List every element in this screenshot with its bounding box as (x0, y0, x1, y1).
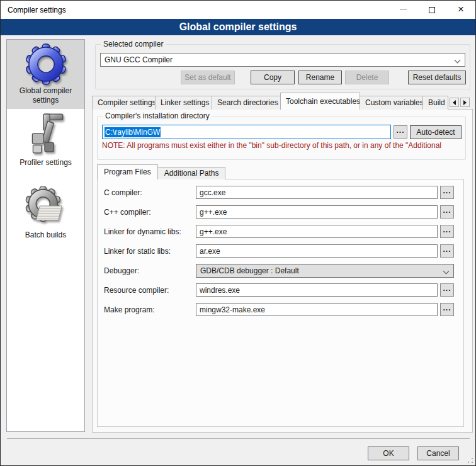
toolchain-executables-page: Compiler's installation directory C:\ray… (92, 109, 473, 433)
tab-scroll-left-button[interactable] (450, 98, 459, 107)
c-compiler-browse-button[interactable]: ... (440, 186, 454, 199)
group-label: Compiler's installation directory (103, 111, 212, 120)
maximize-icon (429, 7, 435, 13)
window-controls: × (388, 1, 475, 19)
program-files-tab-bar: Program Files Additional Paths (97, 164, 472, 179)
copy-button[interactable]: Copy (251, 71, 295, 84)
dynamic-linker-input[interactable] (196, 225, 437, 237)
settings-tab-bar: Compiler settings Linker settings Search… (92, 93, 473, 110)
tab-scroll-right-button[interactable] (460, 98, 470, 107)
window-title: Compiler settings (1, 6, 66, 14)
field-label: Debugger: (104, 266, 196, 275)
install-dir-input[interactable]: C:\raylib\MinGW (102, 125, 391, 139)
selected-path-text: C:\raylib\MinGW (105, 127, 161, 137)
gray-gear-stack-icon (25, 186, 67, 229)
sidebar-item-profiler-settings[interactable]: Profiler settings (7, 113, 84, 171)
tab-additional-paths[interactable]: Additional Paths (157, 167, 226, 179)
close-icon: × (458, 4, 464, 14)
arrow-right-icon (463, 100, 467, 105)
installation-directory-group: Compiler's installation directory C:\ray… (97, 116, 466, 160)
tab-custom-variables[interactable]: Custom variables (360, 96, 423, 110)
sidebar-item-label: Global compiler settings (14, 86, 77, 109)
selected-compiler-dropdown[interactable]: GNU GCC Compiler (100, 53, 465, 67)
minimize-icon (400, 9, 407, 10)
sidebar-item-label: Profiler settings (14, 158, 77, 171)
static-linker-browse-button[interactable]: ... (440, 244, 454, 258)
chevron-down-icon (443, 268, 450, 274)
make-program-row: Make program: ... (104, 303, 454, 316)
resource-compiler-browse-button[interactable]: ... (440, 283, 454, 297)
reset-defaults-button[interactable]: Reset defaults (408, 71, 466, 84)
selected-compiler-group: Selected compiler GNU GCC Compiler Set a… (95, 44, 470, 89)
dynamic-linker-browse-button[interactable]: ... (440, 225, 454, 238)
debugger-row: Debugger: GDB/CDB debugger : Default (104, 264, 454, 277)
program-files-page: C compiler: ... C++ compiler: ... Linker… (97, 179, 464, 427)
field-label: C++ compiler: (104, 208, 196, 217)
caliper-icon (25, 113, 67, 157)
bin-subdirectory-note: NOTE: All programs must exist either in … (102, 141, 463, 150)
c-compiler-row: C compiler: ... (104, 186, 454, 199)
resource-compiler-row: Resource compiler: ... (104, 283, 454, 297)
debugger-dropdown[interactable]: GDB/CDB debugger : Default (196, 264, 454, 278)
page-title: Global compiler settings (1, 19, 475, 35)
resource-compiler-input[interactable] (196, 284, 437, 296)
make-program-input[interactable] (196, 304, 437, 315)
chevron-down-icon (455, 57, 461, 64)
cpp-compiler-input[interactable] (196, 206, 437, 218)
sidebar-item-label: Batch builds (14, 230, 77, 244)
tab-linker-settings[interactable]: Linker settings (155, 96, 212, 110)
delete-button: Delete (345, 71, 389, 84)
rename-button[interactable]: Rename (298, 71, 342, 84)
install-dir-browse-button[interactable]: ... (394, 125, 407, 139)
static-linker-row: Linker for static libs: ... (104, 244, 454, 258)
compiler-settings-dialog: Compiler settings × Global compiler sett… (0, 0, 476, 466)
static-linker-input[interactable] (196, 245, 437, 257)
blue-gear-icon (25, 43, 67, 85)
dynamic-linker-row: Linker for dynamic libs: ... (104, 225, 454, 238)
close-button[interactable]: × (446, 1, 475, 19)
footer-separator (7, 438, 470, 439)
installation-directory-row: C:\raylib\MinGW ... Auto-detect (102, 125, 462, 139)
ok-button[interactable]: OK (368, 446, 409, 460)
field-label: Linker for static libs: (104, 247, 196, 256)
arrow-left-icon (453, 100, 456, 105)
tab-search-directories[interactable]: Search directories (212, 96, 281, 110)
title-bar[interactable]: Compiler settings × (1, 1, 475, 19)
dialog-buttons: OK Cancel (368, 446, 459, 460)
selected-compiler-value: GNU GCC Compiler (105, 55, 173, 64)
tab-toolchain-executables[interactable]: Toolchain executables (280, 93, 360, 110)
field-label: Resource compiler: (104, 286, 196, 295)
field-label: Linker for dynamic libs: (104, 227, 196, 236)
field-label: C compiler: (104, 188, 196, 197)
tab-program-files[interactable]: Program Files (97, 164, 158, 179)
main-panel: Selected compiler GNU GCC Compiler Set a… (92, 35, 473, 433)
make-program-browse-button[interactable]: ... (440, 303, 454, 316)
c-compiler-input[interactable] (196, 186, 437, 198)
resize-grip[interactable] (467, 457, 473, 463)
group-label: Selected compiler (101, 40, 166, 48)
tab-build-options[interactable]: Build (422, 96, 448, 110)
auto-detect-button[interactable]: Auto-detect (410, 125, 462, 139)
cancel-button[interactable]: Cancel (417, 446, 459, 460)
sidebar-item-batch-builds[interactable]: Batch builds (7, 186, 84, 244)
maximize-button[interactable] (417, 1, 446, 19)
settings-category-list: Global compiler settings (6, 39, 85, 432)
tab-compiler-settings[interactable]: Compiler settings (92, 96, 156, 110)
minimize-button (388, 1, 417, 19)
cpp-compiler-row: C++ compiler: ... (104, 205, 454, 219)
compiler-actions: Set as default Copy Rename Delete Reset … (100, 71, 466, 84)
sidebar-item-global-compiler-settings[interactable]: Global compiler settings (7, 40, 84, 109)
cpp-compiler-browse-button[interactable]: ... (440, 205, 454, 219)
set-as-default-button: Set as default (181, 71, 235, 84)
field-label: Make program: (104, 305, 196, 314)
debugger-value: GDB/CDB debugger : Default (200, 266, 299, 275)
